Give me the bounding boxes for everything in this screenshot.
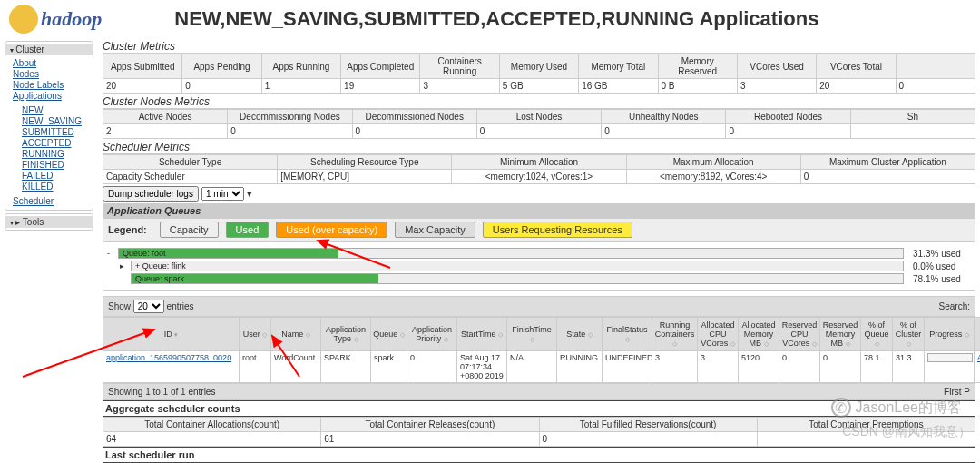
cluster-nodes-table: Active Nodes Decommissioning Nodes Decom… bbox=[103, 109, 975, 139]
nav-nodes[interactable]: Nodes bbox=[13, 69, 39, 79]
app-queues-title: Application Queues bbox=[103, 203, 975, 218]
scheduler-metrics-title: Scheduler Metrics bbox=[103, 141, 975, 154]
col-final[interactable]: FinalStatus ◇ bbox=[603, 318, 652, 351]
col-id[interactable]: ID ▾ bbox=[103, 318, 240, 351]
col-res-mem[interactable]: Reserved Memory MB ◇ bbox=[820, 318, 861, 351]
sidebar: Cluster About Nodes Node Labels Applicat… bbox=[0, 38, 98, 463]
show-entries-select[interactable]: 20 bbox=[133, 300, 164, 313]
entries-bar: Show 20 entries Search: bbox=[103, 296, 975, 317]
col-start[interactable]: StartTime ◇ bbox=[457, 318, 507, 351]
col-queue[interactable]: Queue ◇ bbox=[371, 318, 407, 351]
nav-state-failed[interactable]: FAILED bbox=[22, 171, 53, 181]
queue-bar: Queue: spark bbox=[131, 273, 904, 284]
nav-state-killed[interactable]: KILLED bbox=[22, 182, 53, 192]
dropdown-icon: ▾ bbox=[247, 188, 252, 199]
table-row: application_1565990507758_0020 root Word… bbox=[103, 351, 981, 383]
nav-node-labels[interactable]: Node Labels bbox=[13, 80, 64, 90]
legend-over: Used (over capacity) bbox=[276, 222, 387, 238]
last-run-title: Last scheduler run bbox=[103, 447, 975, 463]
watermark-csdn: CSDN @南风知我意） bbox=[842, 424, 971, 440]
table-row: 20 0 1 19 3 5 GB 16 GB 0 B 3 20 0 bbox=[103, 79, 975, 94]
nav-about[interactable]: About bbox=[13, 58, 36, 68]
queue-bar: Queue: root bbox=[118, 248, 904, 259]
page-header: hadoop NEW,NEW_SAVING,SUBMITTED,ACCEPTED… bbox=[0, 0, 980, 38]
nav-state-running[interactable]: RUNNING bbox=[22, 149, 64, 159]
col-progress[interactable]: Progress ◇ bbox=[925, 318, 975, 351]
queue-row-root[interactable]: - Queue: root 31.3% used bbox=[107, 248, 971, 259]
col-finish[interactable]: FinishTime ◇ bbox=[507, 318, 557, 351]
nav-state-submitted[interactable]: SUBMITTED bbox=[22, 127, 74, 137]
col-res-vcores[interactable]: Reserved CPU VCores ◇ bbox=[779, 318, 820, 351]
nav-state-accepted[interactable]: ACCEPTED bbox=[22, 138, 71, 148]
legend-capacity: Capacity bbox=[160, 222, 219, 238]
cluster-nodes-title: Cluster Nodes Metrics bbox=[103, 95, 975, 109]
applications-table: ID ▾ User ◇ Name ◇ Application Type ◇ Qu… bbox=[103, 317, 980, 383]
nav-scheduler[interactable]: Scheduler bbox=[13, 196, 54, 206]
watermark-jasonlee: ✆ JasonLee的博客 bbox=[831, 398, 962, 418]
nav-state-finished[interactable]: FINISHED bbox=[22, 160, 64, 170]
col-track[interactable]: Track bbox=[975, 318, 981, 351]
cluster-nav-box: Cluster About Nodes Node Labels Applicat… bbox=[5, 41, 93, 211]
queue-bar: + Queue: flink bbox=[131, 261, 904, 271]
col-type[interactable]: Application Type ◇ bbox=[321, 318, 371, 351]
tools-nav-box: ▸ Tools bbox=[5, 213, 93, 231]
cluster-metrics-table: Apps Submitted Apps Pending Apps Running… bbox=[103, 54, 975, 94]
hadoop-logo: hadoop bbox=[9, 5, 102, 34]
dump-logs-button[interactable]: Dump scheduler logs bbox=[103, 186, 199, 202]
cluster-metrics-title: Cluster Metrics bbox=[103, 40, 975, 54]
queue-expander[interactable]: ▸ bbox=[120, 261, 127, 271]
queue-row-spark[interactable]: Queue: spark 78.1% used bbox=[107, 273, 971, 284]
legend-users: Users Requesting Resources bbox=[483, 222, 632, 238]
nav-applications[interactable]: Applications bbox=[13, 91, 62, 101]
app-id-link[interactable]: application_1565990507758_0020 bbox=[106, 353, 231, 362]
col-name[interactable]: Name ◇ bbox=[271, 318, 321, 351]
cluster-nav-title[interactable]: Cluster bbox=[5, 44, 93, 55]
tools-nav-title[interactable]: ▸ Tools bbox=[5, 216, 93, 228]
queue-row-flink[interactable]: ▸ + Queue: flink 0.0% used bbox=[107, 261, 971, 271]
col-pct-cluster[interactable]: % of Cluster ◇ bbox=[893, 318, 925, 351]
table-row: Capacity Scheduler [MEMORY, CPU] <memory… bbox=[103, 170, 975, 184]
col-pct-queue[interactable]: % of Queue ◇ bbox=[861, 318, 893, 351]
col-running-containers[interactable]: Running Containers ◇ bbox=[652, 318, 698, 351]
queue-expander[interactable]: - bbox=[107, 249, 114, 258]
pagination-nav[interactable]: First P bbox=[944, 387, 970, 397]
nav-state-new[interactable]: NEW bbox=[22, 105, 43, 115]
col-alloc-vcores[interactable]: Allocated CPU VCores ◇ bbox=[698, 318, 739, 351]
legend-used: Used bbox=[226, 222, 270, 238]
progress-bar bbox=[927, 353, 973, 362]
table-row: 2 0 0 0 0 0 bbox=[103, 124, 975, 139]
wechat-icon: ✆ bbox=[831, 398, 851, 418]
col-priority[interactable]: Application Priority ◇ bbox=[407, 318, 457, 351]
queue-area: - Queue: root 31.3% used ▸ + Queue: flin… bbox=[103, 241, 975, 291]
scheduler-metrics-table: Scheduler Type Scheduling Resource Type … bbox=[103, 154, 975, 184]
cm-h-submitted[interactable]: Apps Submitted bbox=[103, 54, 182, 79]
dump-period-select[interactable]: 1 min bbox=[201, 187, 244, 201]
col-user[interactable]: User ◇ bbox=[240, 318, 271, 351]
legend-max: Max Capacity bbox=[395, 222, 475, 238]
page-title: NEW,NEW_SAVING,SUBMITTED,ACCEPTED,RUNNIN… bbox=[174, 7, 818, 31]
col-state[interactable]: State ◇ bbox=[557, 318, 603, 351]
col-alloc-mem[interactable]: Allocated Memory MB ◇ bbox=[739, 318, 779, 351]
nav-state-newsaving[interactable]: NEW_SAVING bbox=[22, 116, 82, 126]
elephant-icon bbox=[9, 5, 38, 34]
legend-bar: Legend: Capacity Used Used (over capacit… bbox=[103, 218, 975, 241]
